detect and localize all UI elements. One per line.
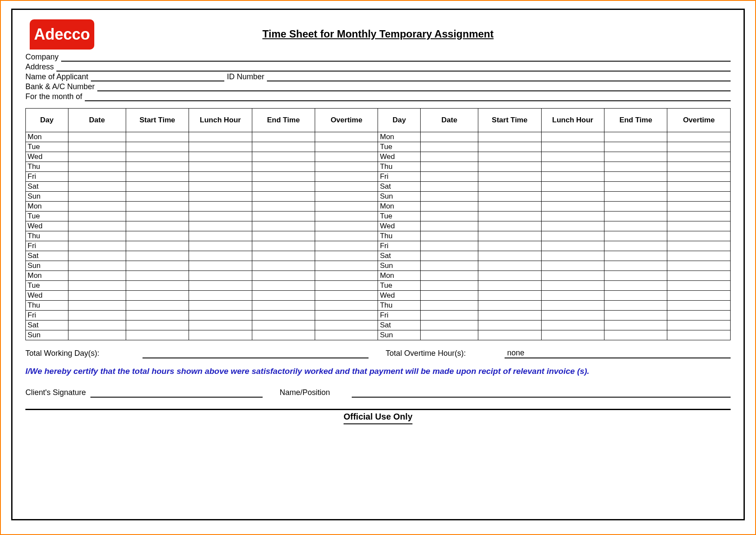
- cell-input[interactable]: [478, 172, 541, 182]
- cell-input[interactable]: [478, 231, 541, 241]
- input-name-position[interactable]: [352, 388, 731, 398]
- cell-input[interactable]: [478, 162, 541, 172]
- cell-input[interactable]: [478, 301, 541, 311]
- cell-input[interactable]: [667, 330, 731, 340]
- cell-input[interactable]: [68, 132, 126, 142]
- cell-input[interactable]: [541, 251, 604, 261]
- cell-input[interactable]: [252, 281, 315, 291]
- cell-input[interactable]: [541, 231, 604, 241]
- cell-input[interactable]: [421, 241, 478, 251]
- cell-input[interactable]: [667, 152, 731, 162]
- cell-input[interactable]: [541, 320, 604, 330]
- cell-input[interactable]: [478, 271, 541, 281]
- cell-input[interactable]: [478, 152, 541, 162]
- cell-input[interactable]: [478, 202, 541, 212]
- cell-input[interactable]: [421, 330, 478, 340]
- cell-input[interactable]: [126, 162, 189, 172]
- cell-input[interactable]: [604, 261, 667, 271]
- cell-input[interactable]: [315, 251, 378, 261]
- cell-input[interactable]: [189, 320, 252, 330]
- cell-input[interactable]: [478, 251, 541, 261]
- cell-input[interactable]: [421, 261, 478, 271]
- cell-input[interactable]: [421, 320, 478, 330]
- cell-input[interactable]: [421, 142, 478, 152]
- cell-input[interactable]: [68, 311, 126, 320]
- cell-input[interactable]: [604, 152, 667, 162]
- cell-input[interactable]: [541, 241, 604, 251]
- cell-input[interactable]: [252, 162, 315, 172]
- cell-input[interactable]: [667, 251, 731, 261]
- cell-input[interactable]: [667, 320, 731, 330]
- cell-input[interactable]: [189, 291, 252, 301]
- input-total-working-days[interactable]: [143, 349, 369, 358]
- cell-input[interactable]: [421, 231, 478, 241]
- cell-input[interactable]: [189, 251, 252, 261]
- cell-input[interactable]: [667, 212, 731, 221]
- cell-input[interactable]: [604, 202, 667, 212]
- cell-input[interactable]: [315, 281, 378, 291]
- cell-input[interactable]: [315, 241, 378, 251]
- cell-input[interactable]: [421, 182, 478, 192]
- cell-input[interactable]: [541, 271, 604, 281]
- cell-input[interactable]: [126, 212, 189, 221]
- cell-input[interactable]: [252, 251, 315, 261]
- cell-input[interactable]: [126, 221, 189, 231]
- cell-input[interactable]: [126, 241, 189, 251]
- cell-input[interactable]: [421, 162, 478, 172]
- cell-input[interactable]: [604, 231, 667, 241]
- cell-input[interactable]: [68, 281, 126, 291]
- cell-input[interactable]: [126, 172, 189, 182]
- cell-input[interactable]: [126, 202, 189, 212]
- cell-input[interactable]: [252, 192, 315, 202]
- cell-input[interactable]: [189, 132, 252, 142]
- cell-input[interactable]: [667, 301, 731, 311]
- cell-input[interactable]: [126, 152, 189, 162]
- cell-input[interactable]: [421, 152, 478, 162]
- cell-input[interactable]: [68, 172, 126, 182]
- cell-input[interactable]: [68, 261, 126, 271]
- cell-input[interactable]: [604, 251, 667, 261]
- cell-input[interactable]: [126, 132, 189, 142]
- cell-input[interactable]: [252, 132, 315, 142]
- cell-input[interactable]: [189, 142, 252, 152]
- cell-input[interactable]: [604, 311, 667, 320]
- cell-input[interactable]: [667, 132, 731, 142]
- cell-input[interactable]: [604, 162, 667, 172]
- cell-input[interactable]: [252, 212, 315, 221]
- cell-input[interactable]: [541, 311, 604, 320]
- cell-input[interactable]: [478, 192, 541, 202]
- cell-input[interactable]: [478, 142, 541, 152]
- cell-input[interactable]: [667, 311, 731, 320]
- cell-input[interactable]: [421, 172, 478, 182]
- cell-input[interactable]: [315, 301, 378, 311]
- input-applicant[interactable]: [91, 73, 224, 81]
- cell-input[interactable]: [541, 301, 604, 311]
- cell-input[interactable]: [126, 231, 189, 241]
- cell-input[interactable]: [604, 132, 667, 142]
- cell-input[interactable]: [478, 291, 541, 301]
- cell-input[interactable]: [541, 162, 604, 172]
- cell-input[interactable]: [667, 281, 731, 291]
- cell-input[interactable]: [604, 291, 667, 301]
- cell-input[interactable]: [604, 192, 667, 202]
- cell-input[interactable]: [68, 142, 126, 152]
- cell-input[interactable]: [126, 261, 189, 271]
- cell-input[interactable]: [421, 251, 478, 261]
- cell-input[interactable]: [315, 182, 378, 192]
- input-company[interactable]: [61, 53, 731, 62]
- cell-input[interactable]: [478, 261, 541, 271]
- cell-input[interactable]: [189, 192, 252, 202]
- cell-input[interactable]: [315, 162, 378, 172]
- input-id-number[interactable]: [267, 73, 731, 81]
- cell-input[interactable]: [667, 271, 731, 281]
- cell-input[interactable]: [541, 152, 604, 162]
- cell-input[interactable]: [478, 241, 541, 251]
- cell-input[interactable]: [604, 142, 667, 152]
- cell-input[interactable]: [189, 261, 252, 271]
- cell-input[interactable]: [421, 311, 478, 320]
- cell-input[interactable]: [189, 241, 252, 251]
- cell-input[interactable]: [252, 311, 315, 320]
- cell-input[interactable]: [189, 221, 252, 231]
- cell-input[interactable]: [541, 202, 604, 212]
- cell-input[interactable]: [478, 132, 541, 142]
